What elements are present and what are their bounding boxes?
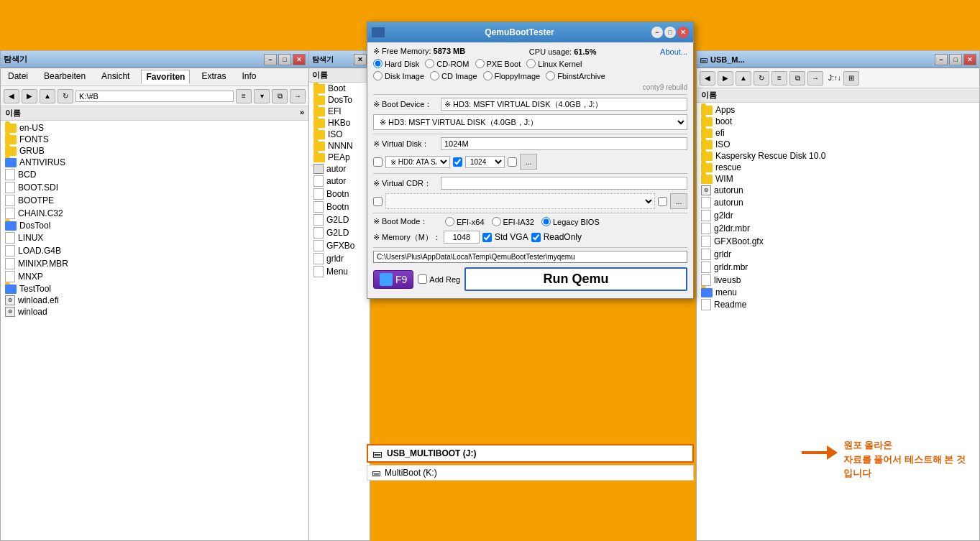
list-item[interactable]: MNXP — [1, 270, 308, 283]
list-item[interactable]: TestTool — [1, 283, 308, 295]
hd-num-select[interactable]: 1024 — [465, 156, 505, 168]
hd-num-checkbox[interactable] — [453, 157, 462, 167]
list-item[interactable]: LOAD.G4B — [1, 244, 308, 257]
run-qemu-button[interactable]: Run Qemu — [464, 267, 687, 291]
list-item[interactable]: ⚙winload — [1, 306, 308, 318]
list-item[interactable]: G2LD — [309, 213, 370, 226]
memory-input[interactable] — [444, 231, 480, 244]
minimize-button[interactable]: − — [651, 27, 663, 38]
list-item[interactable]: ISO — [697, 139, 979, 150]
f9-button[interactable]: F9 — [373, 270, 413, 289]
hd-checkbox[interactable] — [373, 157, 383, 167]
list-item[interactable]: grldr — [309, 252, 370, 265]
about-link[interactable]: About... — [660, 47, 687, 56]
list-item[interactable]: grldr.mbr — [697, 261, 979, 274]
list-item[interactable]: ⚙autorun — [697, 185, 979, 196]
menu-bearbeiten[interactable]: Bearbeiten — [40, 70, 90, 84]
right-fm-maximize[interactable]: □ — [949, 54, 962, 65]
efi-ia32-option[interactable]: EFI-IA32 — [492, 217, 534, 226]
copy-button[interactable]: ⧉ — [272, 89, 288, 103]
rf-size[interactable]: ⊞ — [843, 71, 859, 85]
list-item[interactable]: boot — [697, 116, 979, 127]
left-fm-maximize[interactable]: □ — [278, 54, 291, 65]
list-item[interactable]: ISO — [309, 129, 370, 140]
list-item[interactable]: BCD — [1, 168, 308, 181]
left-fm-close[interactable]: ✕ — [293, 54, 306, 65]
rf-copy[interactable]: ⧉ — [789, 71, 805, 85]
list-item[interactable]: autor — [309, 175, 370, 188]
right-fm-minimize[interactable]: − — [935, 54, 948, 65]
cd-image-option[interactable]: CD Image — [430, 71, 477, 80]
rf-up[interactable]: ▲ — [736, 71, 751, 85]
list-item[interactable]: BOOTPE — [1, 194, 308, 207]
cmd-input[interactable] — [373, 251, 687, 263]
linux-kernel-option[interactable]: Linux Kernel — [526, 59, 582, 68]
list-item[interactable]: Kaspersky Rescue Disk 10.0 — [697, 150, 979, 162]
rf-more[interactable]: → — [807, 71, 823, 85]
list-item[interactable]: efi — [697, 127, 979, 139]
list-item[interactable]: grldr — [697, 248, 979, 261]
menu-ansicht[interactable]: Ansicht — [97, 70, 134, 84]
list-item[interactable]: EFI — [309, 106, 370, 117]
multiboot-bar[interactable]: 🖴 MultiBoot (K:) — [367, 465, 694, 481]
list-item[interactable]: Apps — [697, 104, 979, 116]
efi-x64-option[interactable]: EFI-x64 — [445, 217, 485, 226]
hd-ellipsis-button[interactable]: ... — [520, 154, 537, 170]
rf-back[interactable]: ◀ — [700, 71, 715, 85]
list-item[interactable]: CHAIN.C32 — [1, 207, 308, 220]
hd-extra-checkbox[interactable] — [508, 157, 517, 167]
usb-multiboot-bar[interactable]: 🖴 USB_MULTIBOOT (J:) — [367, 444, 694, 463]
list-item[interactable]: autorun — [697, 196, 979, 209]
list-item[interactable]: g2ldr — [697, 209, 979, 222]
rf-forward[interactable]: ▶ — [718, 71, 733, 85]
cd-rom-option[interactable]: CD-ROM — [425, 59, 469, 68]
list-item[interactable]: NNNN — [309, 140, 370, 152]
list-item[interactable]: GRUB — [1, 145, 308, 157]
list-item[interactable]: FONTS — [1, 134, 308, 145]
more-button[interactable]: ▾ — [254, 89, 270, 103]
refresh-button[interactable]: ↻ — [58, 89, 73, 103]
boot-device-select[interactable]: ※ HD3: MSFT VIRTUAL DISK（4.0GB，J:） — [373, 114, 687, 130]
list-item[interactable]: g2ldr.mbr — [697, 222, 979, 235]
add-reg-checkbox[interactable] — [418, 274, 427, 284]
list-item[interactable]: BOOT.SDI — [1, 181, 308, 194]
legacy-bios-option[interactable]: Legacy BIOS — [541, 217, 600, 226]
disk-image-option[interactable]: Disk Image — [373, 71, 424, 80]
list-item[interactable]: DosTool — [1, 220, 308, 231]
list-item[interactable]: liveusb — [697, 274, 979, 287]
close-button[interactable]: ✕ — [677, 27, 689, 38]
list-item[interactable]: Boot — [309, 83, 370, 94]
back-button[interactable]: ◀ — [4, 89, 19, 103]
virtual-cdr-input[interactable] — [441, 177, 687, 190]
list-item[interactable]: rescue — [697, 162, 979, 173]
add-reg-label[interactable]: Add Reg — [418, 274, 460, 284]
list-item[interactable]: Readme — [697, 298, 979, 311]
list-item[interactable]: autor — [309, 163, 370, 175]
list-item[interactable]: en-US — [1, 122, 308, 134]
cdr-extra-checkbox[interactable] — [658, 197, 667, 206]
list-item[interactable]: Bootn — [309, 200, 370, 213]
cdr-select[interactable] — [385, 193, 655, 209]
boot-device-input[interactable] — [441, 98, 687, 111]
menu-datei[interactable]: Datei — [4, 70, 32, 84]
list-item[interactable]: G2LD — [309, 226, 370, 239]
readonly-checkbox[interactable] — [531, 233, 541, 242]
view-button[interactable]: ≡ — [236, 89, 252, 103]
list-item[interactable]: WIM — [697, 173, 979, 185]
pxe-boot-option[interactable]: PXE Boot — [475, 59, 521, 68]
floppy-image-option[interactable]: FloppyImage — [483, 71, 541, 80]
list-item[interactable]: Menu — [309, 265, 370, 278]
left-fm-minimize[interactable]: − — [264, 54, 277, 65]
forward-button[interactable]: ▶ — [22, 89, 37, 103]
hard-disk-option[interactable]: Hard Disk — [373, 59, 419, 68]
menu-info[interactable]: Info — [237, 70, 260, 84]
up-button[interactable]: ▲ — [40, 89, 55, 103]
list-item[interactable]: ⚙winload.efi — [1, 295, 308, 306]
list-item[interactable]: DosTo — [309, 94, 370, 106]
list-item[interactable]: ANTIVIRUS — [1, 157, 308, 168]
list-item[interactable]: Bootn — [309, 188, 370, 200]
cdr-ellipsis-button[interactable]: ... — [670, 193, 687, 209]
list-item[interactable]: HKBo — [309, 117, 370, 129]
std-vga-checkbox[interactable] — [482, 233, 492, 242]
list-item[interactable]: PEAp — [309, 152, 370, 163]
